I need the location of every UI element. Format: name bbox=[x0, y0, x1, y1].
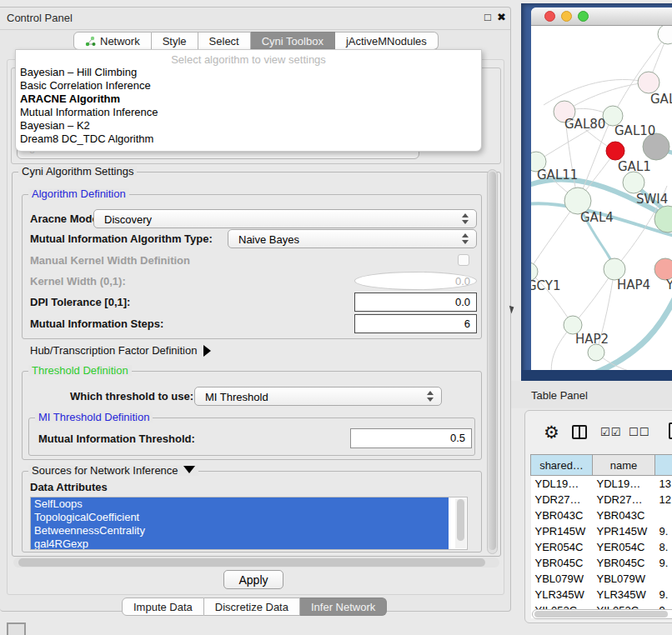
attribute-item[interactable]: gal4RGexp bbox=[31, 538, 449, 550]
algorithm-option[interactable]: Basic Correlation Inference bbox=[16, 79, 481, 92]
table-row[interactable]: YLR345WYLR345W9. bbox=[531, 587, 672, 602]
network-node[interactable] bbox=[638, 72, 659, 93]
table-cell: YPR145W bbox=[593, 523, 655, 539]
settings-vertical-thumb[interactable] bbox=[489, 172, 496, 550]
table-cell bbox=[655, 508, 672, 523]
settings-horizontal-thumb[interactable] bbox=[18, 558, 485, 567]
deselect-all-checkboxes-icon[interactable]: ☐☐ bbox=[629, 426, 649, 438]
attribute-item[interactable]: BetweennessCentrality bbox=[31, 524, 449, 538]
table-cell: YBR043C bbox=[593, 508, 655, 523]
attributes-scrollbar-thumb[interactable] bbox=[457, 499, 464, 541]
table-cell: YER054C bbox=[531, 539, 593, 555]
network-node[interactable] bbox=[588, 344, 604, 361]
table-cell: YER054C bbox=[593, 539, 655, 555]
close-traffic-light-icon[interactable] bbox=[544, 11, 555, 22]
algorithm-option[interactable]: ARACNE Algorithm bbox=[16, 92, 481, 106]
zoom-traffic-light-icon[interactable] bbox=[578, 11, 589, 22]
tab-style[interactable]: Style bbox=[152, 32, 198, 50]
network-desktop: GALGAL80GAL10GAL1GAL11SWI4GAL4GCY1HAP4YH… bbox=[521, 3, 672, 380]
close-icon[interactable]: ✖ bbox=[497, 11, 506, 23]
network-window-titlebar[interactable] bbox=[531, 8, 672, 26]
table-scrollbar-thumb[interactable] bbox=[534, 611, 668, 618]
algorithm-option[interactable]: Mutual Information Inference bbox=[16, 106, 481, 119]
node-label: GAL10 bbox=[614, 123, 655, 138]
table-horizontal-scrollbar[interactable] bbox=[532, 609, 672, 619]
kernel-width-field[interactable]: 0.0 bbox=[354, 272, 477, 290]
float-window-icon[interactable]: □ bbox=[484, 11, 491, 23]
kernel-width-label: Kernel Width (0,1): bbox=[30, 275, 126, 288]
node-table[interactable]: shared…nameA YDL19…YDL19…13YDR27…YDR27…1… bbox=[530, 454, 672, 618]
network-node[interactable] bbox=[623, 172, 644, 193]
desktop-bottom-edge bbox=[521, 370, 672, 381]
dpi-tolerance-field[interactable]: 0.0 bbox=[354, 292, 477, 312]
mi-type-value: Naive Bayes bbox=[238, 233, 299, 246]
select-all-checkboxes-icon[interactable]: ☑☑ bbox=[600, 426, 621, 438]
table-cell: YBR045C bbox=[593, 555, 655, 571]
node-label: SWI4 bbox=[636, 192, 668, 207]
table-row[interactable]: YBR043CYBR043C bbox=[531, 508, 672, 523]
algorithm-option[interactable]: Bayesian – Hill Climbing bbox=[16, 66, 481, 79]
which-threshold-combobox[interactable]: MI Threshold bbox=[194, 387, 442, 406]
bottom-tab-discretize-data[interactable]: Discretize Data bbox=[204, 598, 300, 616]
table-cell: YBL079W bbox=[593, 571, 655, 587]
hub-definition-expander[interactable]: Hub/Transcription Factor Definition bbox=[30, 344, 211, 357]
document-icon[interactable] bbox=[669, 422, 672, 439]
mi-threshold-field[interactable]: 0.5 bbox=[350, 428, 472, 448]
mi-type-combobox[interactable]: Naive Bayes bbox=[228, 229, 477, 248]
column-header-3[interactable]: A bbox=[655, 455, 672, 476]
table-panel-window: ⚙ ☑☑ ☐☐ shared…nameA YDL19…YDL19…13YDR27… bbox=[524, 410, 672, 623]
settings-horizontal-scrollbar[interactable] bbox=[13, 558, 499, 568]
node-label: HAP2 bbox=[575, 332, 609, 347]
data-attributes-list[interactable]: SelfLoopsTopologicalCoefficientBetweenne… bbox=[30, 497, 468, 550]
expander-arrow-icon bbox=[203, 345, 211, 357]
tab-cyni-toolbox[interactable]: Cyni Toolbox bbox=[251, 32, 335, 50]
table-cell: YBR043C bbox=[531, 508, 593, 523]
settings-vertical-scrollbar[interactable] bbox=[487, 169, 498, 554]
bottom-tab-infer-network[interactable]: Infer Network bbox=[300, 598, 387, 616]
tab-network[interactable]: Network bbox=[73, 32, 152, 50]
mi-steps-field[interactable]: 6 bbox=[354, 314, 477, 333]
column-header-1[interactable]: shared… bbox=[531, 455, 593, 476]
mi-threshold-title: MI Threshold Definition bbox=[35, 412, 153, 422]
column-header-2[interactable]: name bbox=[593, 455, 655, 476]
table-cell: YDR27… bbox=[531, 492, 593, 508]
network-node[interactable] bbox=[606, 142, 624, 160]
attribute-item[interactable]: TopologicalCoefficient bbox=[31, 511, 449, 524]
algorithm-option[interactable]: Bayesian – K2 bbox=[16, 119, 481, 132]
aracne-mode-combobox[interactable]: Discovery bbox=[93, 209, 477, 228]
attribute-item[interactable]: SelfLoops bbox=[31, 498, 449, 511]
tab-jactivemnodules[interactable]: jActiveMNodules bbox=[335, 32, 439, 50]
network-edge[interactable] bbox=[564, 82, 649, 112]
mi-type-label: Mutual Information Algorithm Type: bbox=[30, 232, 213, 245]
network-edge[interactable] bbox=[544, 79, 649, 105]
sources-title[interactable]: Sources for Network Inference bbox=[28, 465, 198, 476]
bottom-tab-impute-data[interactable]: Impute Data bbox=[122, 598, 204, 616]
table-cell: 12 bbox=[655, 492, 672, 508]
table-row[interactable]: YPR145WYPR145W9. bbox=[531, 523, 672, 539]
table-row[interactable]: YDR27…YDR27…12 bbox=[531, 492, 672, 508]
minimize-traffic-light-icon[interactable] bbox=[561, 11, 572, 22]
apply-button[interactable]: Apply bbox=[223, 570, 283, 589]
table-cell: YLR345W bbox=[531, 587, 593, 602]
table-cell: 9. bbox=[655, 523, 672, 539]
manual-kernel-label: Manual Kernel Width Definition bbox=[30, 254, 190, 267]
network-node[interactable] bbox=[658, 26, 672, 44]
table-cell: 13 bbox=[655, 476, 672, 492]
cyni-settings-title: Cyni Algorithm Settings bbox=[18, 166, 137, 177]
minimized-panel-icon[interactable] bbox=[7, 622, 26, 635]
table-row[interactable]: YBL079WYBL079W bbox=[531, 571, 672, 587]
table-row[interactable]: YER054CYER054C8. bbox=[531, 539, 672, 555]
algorithm-options: Bayesian – Hill ClimbingBasic Correlatio… bbox=[16, 66, 481, 146]
gear-icon[interactable]: ⚙ bbox=[544, 423, 559, 441]
algorithm-option[interactable]: Dream8 DC_TDC Algorithm bbox=[16, 132, 481, 146]
table-cell: YDR27… bbox=[593, 492, 655, 508]
table-row[interactable]: YBR045CYBR045C9. bbox=[531, 555, 672, 571]
tab-select[interactable]: Select bbox=[198, 32, 251, 50]
columns-icon[interactable] bbox=[572, 425, 587, 439]
network-graph[interactable]: GALGAL80GAL10GAL1GAL11SWI4GAL4GCY1HAP4YH… bbox=[531, 26, 672, 371]
manual-kernel-checkbox[interactable] bbox=[458, 254, 469, 266]
table-toolbar: ⚙ ☑☑ ☐☐ bbox=[530, 418, 672, 451]
attributes-scrollbar[interactable] bbox=[455, 498, 466, 548]
table-row[interactable]: YDL19…YDL19…13 bbox=[531, 476, 672, 492]
which-threshold-value: MI Threshold bbox=[205, 391, 268, 403]
